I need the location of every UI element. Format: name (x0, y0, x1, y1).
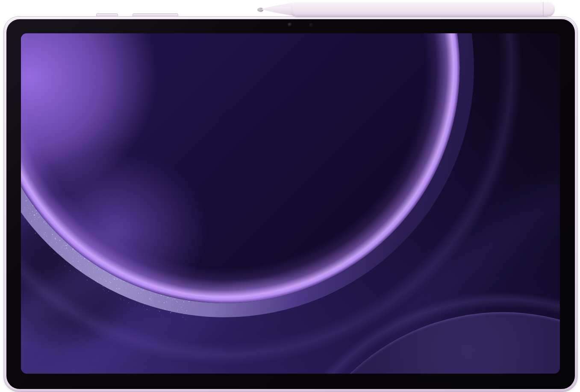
stylus-cap-seam (543, 2, 544, 17)
ambient-light-sensor (309, 23, 313, 27)
stylus-body (291, 1, 555, 17)
dust-field (21, 33, 560, 374)
product-photo (0, 0, 580, 392)
display-screen (21, 33, 560, 374)
stylus-nib (257, 8, 263, 12)
tablet-device (3, 16, 578, 392)
front-camera (288, 23, 292, 27)
stylus-pen (255, 1, 555, 17)
